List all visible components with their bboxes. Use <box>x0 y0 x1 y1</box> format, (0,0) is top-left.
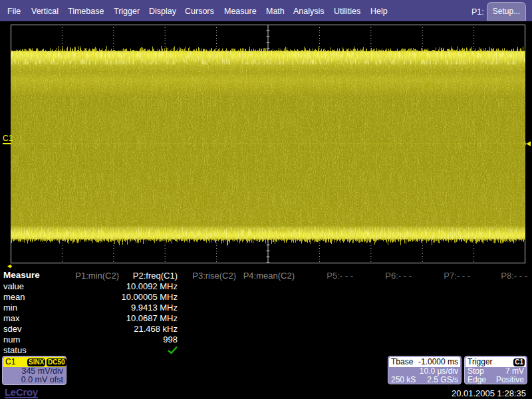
svg-text:C1: C1 <box>3 134 13 143</box>
